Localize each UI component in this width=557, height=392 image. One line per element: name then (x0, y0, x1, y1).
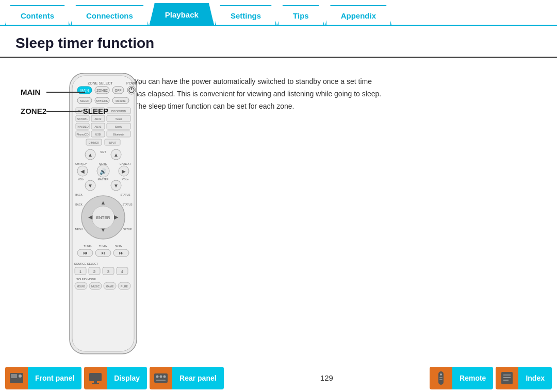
svg-text:CH/NEXT: CH/NEXT (120, 162, 131, 165)
label-zone2: ZONE2 (21, 107, 46, 115)
svg-text:AUX3: AUX3 (94, 125, 101, 128)
svg-text:VOL-: VOL- (78, 178, 84, 181)
svg-text:◀: ◀ (88, 214, 93, 220)
svg-text:USB: USB (95, 133, 101, 136)
svg-text:4: 4 (121, 269, 124, 274)
svg-text:▼: ▼ (88, 183, 93, 189)
svg-rect-122 (439, 379, 443, 380)
remote-illustration-area: MAIN ZONE2 SLEEP ZONE SELECT POWER MAIN … (15, 68, 119, 337)
svg-point-115 (156, 375, 159, 378)
svg-text:SET: SET (100, 150, 106, 154)
rear-panel-icon (150, 367, 172, 389)
svg-text:SOURCE SELECT: SOURCE SELECT (74, 262, 99, 265)
svg-text:⏮: ⏮ (83, 250, 88, 255)
bottom-btn-index[interactable]: Index (496, 367, 552, 389)
remote-control-svg: ZONE SELECT POWER MAIN ZONE2 OFF SLEEP S… (59, 73, 147, 362)
svg-text:STATUS: STATUS (123, 203, 133, 206)
bottom-buttons-container: Front panel Display (0, 364, 557, 392)
page-number: 129 (226, 373, 427, 382)
svg-text:▲: ▲ (88, 152, 93, 158)
svg-text:Spotfy: Spotfy (115, 125, 123, 128)
svg-rect-114 (154, 373, 168, 383)
display-label: Display (107, 367, 147, 389)
tab-appendix[interactable]: Appendix (325, 5, 391, 25)
svg-text:PURE: PURE (121, 285, 128, 288)
label-sleep: SLEEP (83, 107, 108, 115)
remote-label: Remote (452, 367, 493, 389)
svg-rect-109 (11, 374, 17, 378)
tab-connections[interactable]: Connections (71, 5, 149, 25)
svg-text:▶: ▶ (114, 214, 119, 220)
svg-text:ZONE2: ZONE2 (96, 89, 108, 92)
svg-point-117 (163, 375, 166, 378)
svg-text:Bluetooth: Bluetooth (113, 133, 124, 136)
svg-text:SETUP: SETUP (123, 228, 132, 231)
svg-point-116 (160, 375, 162, 378)
svg-text:MASTER: MASTER (98, 178, 109, 181)
svg-text:CH/PREV: CH/PREV (75, 162, 87, 165)
tab-tips[interactable]: Tips (277, 5, 324, 25)
svg-text:Tuner: Tuner (116, 117, 122, 121)
svg-text:ENTER: ENTER (96, 215, 110, 220)
svg-text:▼: ▼ (113, 183, 119, 189)
svg-text:GAME: GAME (106, 285, 114, 288)
svg-rect-121 (439, 377, 443, 378)
svg-text:▲: ▲ (113, 152, 119, 158)
svg-text:Phono/CD: Phono/CD (76, 133, 88, 136)
svg-text:SKIP+: SKIP+ (115, 245, 122, 248)
svg-text:◀: ◀ (80, 168, 85, 174)
svg-text:⏯: ⏯ (101, 250, 106, 255)
svg-text:Remote: Remote (116, 99, 125, 103)
svg-rect-118 (156, 380, 166, 381)
front-panel-icon (5, 367, 28, 389)
front-panel-label: Front panel (28, 367, 81, 389)
svg-text:MUSIC: MUSIC (91, 285, 100, 288)
svg-text:DOCK/IPOD: DOCK/IPOD (111, 110, 126, 113)
remote-icon (430, 367, 452, 389)
bottom-btn-front-panel[interactable]: Front panel (5, 367, 81, 389)
svg-text:MOVIE: MOVIE (77, 285, 86, 288)
svg-point-110 (19, 374, 22, 378)
svg-rect-113 (92, 383, 99, 384)
top-navigation: Contents Connections Playback Settings T… (0, 0, 557, 26)
svg-text:ZONE SELECT: ZONE SELECT (88, 81, 113, 85)
svg-text:▲: ▲ (101, 199, 106, 206)
svg-text:TUNE+: TUNE+ (99, 245, 108, 248)
tab-settings[interactable]: Settings (215, 5, 276, 25)
svg-text:🔊: 🔊 (100, 168, 107, 175)
svg-text:▼: ▼ (101, 227, 106, 233)
page-title: Sleep timer function (0, 26, 557, 58)
content-area: MAIN ZONE2 SLEEP ZONE SELECT POWER MAIN … (0, 58, 557, 348)
index-label: Index (518, 367, 552, 389)
tab-contents[interactable]: Contents (5, 5, 70, 25)
svg-text:TUNE-: TUNE- (84, 245, 92, 248)
svg-text:SOUND MODE: SOUND MODE (76, 278, 96, 281)
svg-text:AUX2: AUX2 (94, 117, 101, 121)
svg-text:2: 2 (93, 269, 96, 274)
svg-text:VOL+: VOL+ (122, 178, 129, 181)
description-text: You can have the power automatically swi… (134, 68, 382, 337)
index-icon (496, 367, 518, 389)
display-icon (84, 367, 107, 389)
svg-text:INPUT: INPUT (109, 141, 117, 144)
svg-rect-111 (89, 373, 102, 381)
svg-text:▶: ▶ (122, 168, 126, 174)
svg-text:1: 1 (79, 269, 82, 274)
bottom-navigation: Front panel Display (0, 364, 557, 392)
tab-playback[interactable]: Playback (150, 3, 214, 25)
svg-text:DIMMER: DIMMER (89, 141, 100, 144)
svg-text:3: 3 (107, 269, 110, 274)
svg-text:STBY/ON: STBY/ON (96, 99, 108, 103)
svg-text:TV/VIDEO: TV/VIDEO (76, 125, 88, 128)
svg-text:MENU: MENU (75, 228, 83, 231)
svg-text:SAT/CBL: SAT/CBL (77, 117, 88, 121)
svg-rect-123 (501, 372, 513, 384)
bottom-btn-rear-panel[interactable]: Rear panel (150, 367, 224, 389)
bottom-btn-display[interactable]: Display (84, 367, 147, 389)
svg-text:POWER: POWER (126, 81, 140, 85)
svg-text:BACK: BACK (75, 203, 83, 206)
svg-text:BACK: BACK (75, 193, 83, 196)
bottom-btn-remote[interactable]: Remote (430, 367, 493, 389)
svg-text:OFF: OFF (115, 89, 122, 92)
svg-text:SLEEP: SLEEP (80, 99, 89, 103)
